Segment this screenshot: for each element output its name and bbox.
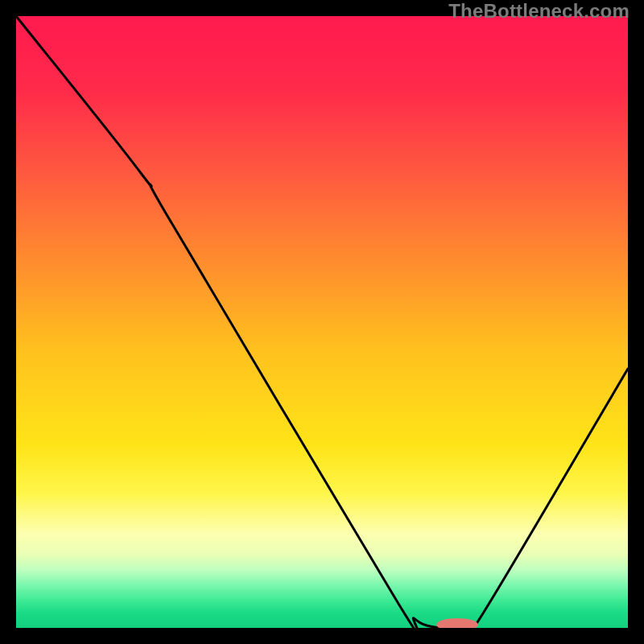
plot-area [16, 16, 628, 628]
gradient-background [16, 16, 628, 628]
bottleneck-chart [16, 16, 628, 628]
watermark-text: TheBottleneck.com [448, 0, 630, 23]
chart-frame [13, 13, 631, 631]
